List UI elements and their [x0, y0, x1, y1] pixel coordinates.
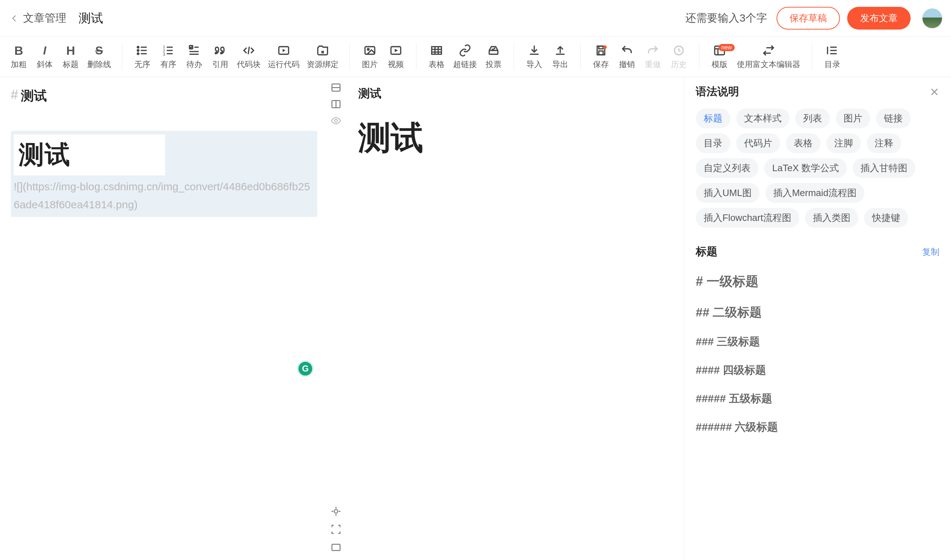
- help-tag[interactable]: 插入类图: [805, 208, 858, 228]
- strikethrough-button[interactable]: S删除线: [84, 42, 115, 72]
- help-tag[interactable]: 标题: [696, 108, 730, 128]
- hyperlink-button[interactable]: 超链接: [449, 42, 480, 72]
- redo-button[interactable]: 重做: [640, 42, 666, 72]
- save-button[interactable]: 保存: [588, 42, 614, 72]
- help-tag[interactable]: 插入甘特图: [853, 158, 915, 178]
- article-title-input[interactable]: [74, 9, 678, 28]
- help-title: 语法说明: [696, 84, 739, 99]
- poll-button[interactable]: 投票: [480, 42, 506, 72]
- checklist-icon: [188, 44, 201, 57]
- svg-rect-30: [599, 51, 603, 55]
- help-tag[interactable]: 插入UML图: [696, 183, 760, 203]
- bold-button[interactable]: B加粗: [6, 42, 32, 72]
- heading-icon: H: [66, 44, 75, 57]
- svg-rect-19: [365, 46, 375, 54]
- syntax-help-panel: 语法说明 标题文本样式列表图片链接目录代码片表格注脚注释自定义列表LaTeX 数…: [684, 77, 951, 560]
- heading-example: ##### 五级标题: [696, 391, 939, 406]
- publish-button[interactable]: 发布文章: [847, 7, 911, 29]
- help-tag[interactable]: 注脚: [826, 133, 861, 153]
- image-preview-card: 测试: [14, 134, 165, 175]
- example-section-title: 标题: [696, 244, 717, 259]
- preview-pane: 测试 测试: [348, 77, 684, 560]
- bold-icon: B: [14, 44, 23, 57]
- codeblock-button[interactable]: 代码块: [233, 42, 264, 72]
- svg-point-1: [137, 49, 139, 51]
- layout-row-icon[interactable]: [331, 82, 342, 93]
- help-tag[interactable]: 目录: [696, 133, 730, 153]
- quote-button[interactable]: 引用: [207, 42, 233, 72]
- image-block[interactable]: 测试 ![](https://img-blog.csdnimg.cn/img_c…: [11, 131, 317, 217]
- table-button[interactable]: 表格: [423, 42, 449, 72]
- strikethrough-icon: S: [95, 44, 103, 57]
- avatar[interactable]: [922, 8, 942, 28]
- help-tag[interactable]: 表格: [786, 133, 820, 153]
- heading-example: ## 二级标题: [696, 304, 939, 321]
- target-icon[interactable]: [331, 506, 342, 517]
- import-button[interactable]: 导入: [521, 42, 547, 72]
- rich-text-switch-button[interactable]: 使用富文本编辑器: [732, 42, 805, 72]
- code-icon: [242, 44, 255, 57]
- unsaved-dot-icon: [603, 45, 607, 49]
- help-tag[interactable]: 注释: [866, 133, 901, 153]
- help-examples: # 一级标题## 二级标题### 三级标题#### 四级标题##### 五级标题…: [696, 273, 939, 435]
- undo-button[interactable]: 撤销: [614, 42, 640, 72]
- unordered-list-button[interactable]: 无序: [129, 42, 155, 72]
- svg-point-48: [334, 509, 338, 513]
- copy-button[interactable]: 复制: [922, 246, 939, 258]
- swap-icon: [762, 44, 775, 57]
- history-button[interactable]: 历史: [666, 42, 692, 72]
- help-tag[interactable]: 列表: [795, 108, 830, 128]
- help-tag[interactable]: 代码片: [736, 133, 780, 153]
- chevron-left-icon: [9, 13, 20, 24]
- close-icon[interactable]: [929, 87, 939, 97]
- svg-marker-22: [395, 49, 398, 52]
- svg-point-0: [137, 46, 139, 48]
- quote-icon: [214, 44, 227, 57]
- help-tag[interactable]: 链接: [876, 108, 911, 128]
- char-hint: 还需要输入3个字: [685, 11, 767, 26]
- video-icon: [389, 44, 402, 57]
- header-bar: 文章管理 还需要输入3个字 保存草稿 发布文章: [0, 0, 951, 37]
- download-icon: [528, 44, 541, 57]
- runcode-button[interactable]: 运行代码: [264, 42, 303, 72]
- ordered-list-button[interactable]: 123有序: [155, 42, 182, 72]
- back-label: 文章管理: [23, 11, 66, 26]
- undo-icon: [620, 44, 633, 57]
- grammarly-icon[interactable]: G: [297, 360, 314, 377]
- heading-example: # 一级标题: [696, 273, 939, 291]
- svg-line-16: [248, 46, 249, 54]
- svg-text:3: 3: [163, 52, 165, 57]
- layout-column-icon[interactable]: [331, 99, 342, 109]
- toc-icon: [826, 44, 839, 57]
- preview-eye-icon[interactable]: [331, 115, 342, 126]
- save-draft-button[interactable]: 保存草稿: [777, 7, 840, 29]
- template-button[interactable]: new模版: [706, 42, 732, 72]
- back-button[interactable]: 文章管理: [9, 11, 66, 26]
- preview-h1: 测试: [359, 116, 673, 160]
- image-button[interactable]: 图片: [357, 42, 383, 72]
- list-ol-icon: 123: [162, 44, 175, 57]
- svg-rect-29: [599, 46, 603, 49]
- help-tag[interactable]: 快捷键: [864, 208, 908, 228]
- toolbar: B加粗 I斜体 H标题 S删除线 无序 123有序 待办 引用 代码块 运行代码…: [0, 37, 951, 77]
- video-button[interactable]: 视频: [383, 42, 409, 72]
- toc-button[interactable]: 目录: [819, 42, 845, 72]
- redo-icon: [646, 44, 659, 57]
- todo-button[interactable]: 待办: [182, 42, 207, 72]
- help-tag[interactable]: 插入Flowchart流程图: [696, 208, 799, 228]
- markdown-editor[interactable]: # 测试 测试 ![](https://img-blog.csdnimg.cn/…: [0, 77, 325, 560]
- help-tag[interactable]: 图片: [836, 108, 870, 128]
- preview-doc-title: 测试: [359, 86, 673, 102]
- export-button[interactable]: 导出: [547, 42, 573, 72]
- heading-button[interactable]: H标题: [58, 42, 84, 72]
- svg-marker-18: [283, 49, 286, 52]
- italic-button[interactable]: I斜体: [32, 42, 58, 72]
- help-tag[interactable]: LaTeX 数学公式: [764, 158, 847, 178]
- heading-text: 测试: [21, 87, 47, 105]
- help-tag[interactable]: 自定义列表: [696, 158, 759, 178]
- expand-icon[interactable]: [331, 524, 342, 535]
- help-tag[interactable]: 文本样式: [736, 108, 789, 128]
- help-tag[interactable]: 插入Mermaid流程图: [765, 183, 865, 203]
- resource-bind-button[interactable]: 资源绑定: [303, 42, 342, 72]
- layout-single-icon[interactable]: [331, 542, 342, 553]
